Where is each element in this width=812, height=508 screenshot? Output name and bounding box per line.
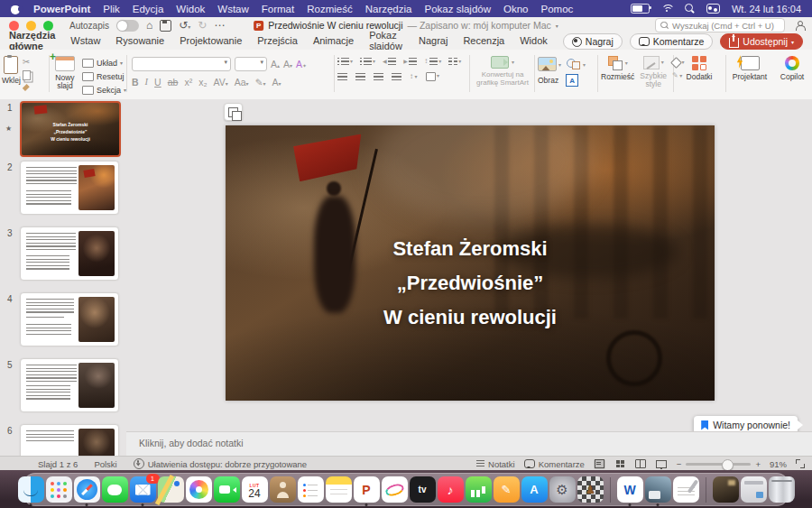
tab-recenzja[interactable]: Recenzja (463, 34, 504, 49)
menu-pokaz-slajdow[interactable]: Pokaz slajdów (424, 4, 491, 14)
dock-minimized-window-icon[interactable] (741, 476, 767, 503)
menu-edycja[interactable]: Edycja (133, 4, 164, 14)
menu-plik[interactable]: Plik (103, 4, 120, 14)
slide-thumbnail-6[interactable] (20, 424, 119, 456)
slide-thumbnail-1[interactable]: Stefan Żeromski „Przedwiośnie” W cieniu … (20, 101, 121, 157)
apple-menu-icon[interactable] (11, 4, 21, 14)
text-box-icon[interactable]: A (566, 74, 578, 87)
bullets-icon[interactable]: ▾ (337, 58, 353, 66)
tab-widok[interactable]: Widok (520, 34, 548, 49)
menu-narzedzia[interactable]: Narzędzia (365, 4, 412, 14)
decrease-font-icon[interactable]: A▾ (283, 60, 292, 69)
font-color-icon[interactable]: A▾ (272, 78, 281, 88)
menu-pomoc[interactable]: Pomoc (540, 4, 573, 14)
quick-styles-button[interactable]: ▾ Szybkie style (640, 53, 667, 96)
dock-apple-tv-icon[interactable] (410, 476, 436, 503)
addins-button[interactable]: Dodatki (687, 53, 713, 96)
dock-numbers-icon[interactable] (466, 476, 492, 503)
slide-thumbnail-5[interactable] (20, 358, 119, 412)
align-left-icon[interactable] (337, 73, 347, 81)
dock-photos-icon[interactable] (186, 476, 212, 503)
menu-app-name[interactable]: PowerPoint (33, 4, 90, 14)
justify-icon[interactable] (392, 73, 401, 81)
control-center-icon[interactable] (706, 4, 720, 14)
current-slide[interactable]: Stefan Żeromski „Przedwiośnie” W cieniu … (226, 125, 715, 401)
columns-icon[interactable]: ▾ (448, 58, 461, 66)
align-text-icon[interactable]: ▾ (426, 72, 440, 81)
strikethrough-icon[interactable]: ab (168, 78, 179, 88)
menu-rozmiesc[interactable]: Rozmieść (307, 4, 352, 14)
layout-button[interactable]: Układ▾ (82, 57, 126, 69)
align-center-icon[interactable] (355, 73, 365, 81)
menu-bar-clock[interactable]: Wt. 24 lut 16:04 (732, 4, 801, 14)
zoom-slider-knob[interactable] (722, 459, 734, 471)
line-spacing-icon[interactable]: ↕▾ (424, 58, 441, 66)
slide-thumbnail-4[interactable] (20, 292, 119, 346)
designer-button[interactable]: Projektant (733, 53, 767, 96)
change-case-icon[interactable]: Aa▾ (235, 78, 249, 88)
undo-icon[interactable]: ↺▾ (179, 20, 190, 31)
cut-icon[interactable]: ✂ (23, 58, 31, 67)
share-button[interactable]: Udostępnij ▾ (720, 33, 803, 50)
dock-system-settings-icon[interactable] (549, 476, 576, 503)
insert-shapes-button[interactable]: ▾ (567, 58, 586, 70)
zoom-slider[interactable] (686, 463, 751, 466)
dock-launchpad-icon[interactable] (46, 476, 72, 503)
search-input[interactable]: Wyszukaj (Cmd + Ctrl + U) (655, 18, 785, 32)
dock-reminders-icon[interactable] (298, 476, 324, 503)
zoom-out-button[interactable]: − (677, 459, 682, 469)
dock-trash-icon[interactable] (769, 476, 795, 503)
dock-facetime-icon[interactable] (214, 476, 240, 503)
menu-wstaw[interactable]: Wstaw (217, 4, 249, 14)
section-button[interactable]: Sekcja▾ (82, 84, 126, 96)
increase-indent-icon[interactable]: ▶ (403, 58, 417, 66)
text-direction-icon[interactable]: ↕▾ (410, 73, 418, 80)
tab-animacje[interactable]: Animacje (313, 34, 354, 49)
superscript-icon[interactable]: x² (184, 78, 192, 88)
format-painter-icon[interactable] (23, 84, 30, 91)
accessibility-status[interactable]: Ułatwienia dostępu: dobrze przygotowane (134, 458, 307, 469)
redo-icon[interactable]: ↻ (198, 20, 207, 31)
dock-maps-icon[interactable] (158, 476, 184, 503)
font-size-select[interactable] (235, 57, 267, 71)
notes-toggle-button[interactable]: Notatki (476, 459, 515, 469)
wifi-icon[interactable] (661, 5, 673, 14)
slideshow-button[interactable] (656, 459, 668, 469)
copilot-button[interactable]: Copilot (780, 53, 804, 96)
clear-formatting-icon[interactable]: A✦ (296, 60, 307, 69)
dock-word-icon[interactable] (617, 476, 643, 503)
dock-music-icon[interactable] (438, 476, 464, 503)
reading-view-button[interactable] (635, 459, 647, 469)
menu-widok[interactable]: Widok (176, 4, 205, 14)
tab-projektowanie[interactable]: Projektowanie (180, 34, 242, 49)
zoom-in-button[interactable]: + (755, 459, 761, 469)
slide-thumbnail-2[interactable] (20, 161, 119, 215)
decrease-indent-icon[interactable]: ◀ (383, 58, 396, 66)
comments-toggle-button[interactable]: Komentarze (524, 459, 585, 469)
tab-wstaw[interactable]: Wstaw (70, 34, 100, 49)
dock-document-stack-icon[interactable] (713, 476, 739, 503)
slide-thumbnail-3[interactable] (20, 226, 119, 281)
dock-pages-icon[interactable] (494, 476, 520, 503)
tab-nagraj[interactable]: Nagraj (419, 34, 448, 49)
autosave-toggle[interactable] (116, 20, 139, 32)
slide-title-textbox[interactable]: Stefan Żeromski „Przedwiośnie” W cieniu … (226, 232, 715, 335)
record-button[interactable]: Nagraj (563, 33, 623, 50)
highlight-icon[interactable]: ✎▾ (255, 78, 266, 88)
dock-app-store-icon[interactable] (521, 476, 548, 503)
tab-przejscia[interactable]: Przejścia (257, 34, 298, 49)
bold-icon[interactable]: B (132, 78, 139, 88)
dock-powerpoint-icon[interactable] (354, 476, 380, 503)
dock-safari-icon[interactable] (74, 476, 100, 503)
reset-button[interactable]: Resetuj (82, 70, 126, 82)
more-commands-icon[interactable]: ⋯ (214, 20, 225, 31)
dock-screenshot-icon[interactable] (645, 476, 671, 503)
home-icon[interactable]: ⌂ (146, 20, 152, 31)
paste-button[interactable]: Wklej (2, 53, 21, 96)
comments-button[interactable]: Komentarze (630, 33, 714, 50)
account-icon[interactable] (795, 21, 805, 31)
align-right-icon[interactable] (374, 73, 383, 81)
italic-icon[interactable]: I (145, 77, 149, 88)
save-icon[interactable] (160, 20, 171, 32)
dock-mail-icon[interactable]: 1 (130, 476, 156, 503)
